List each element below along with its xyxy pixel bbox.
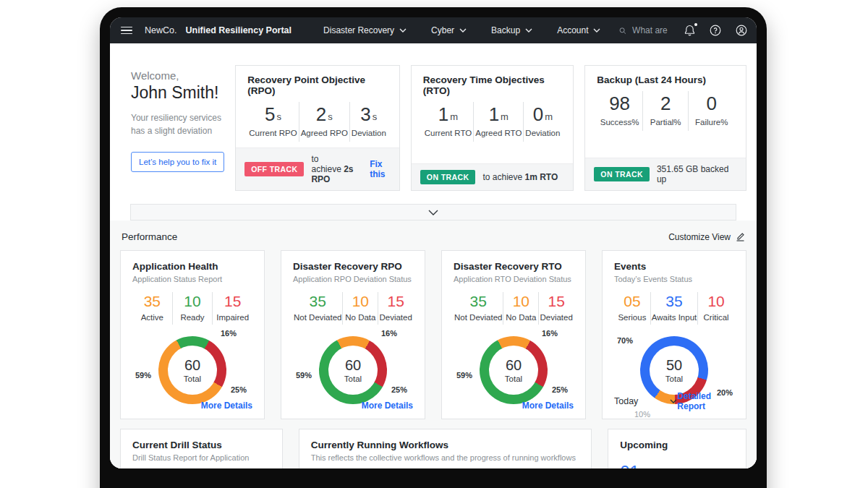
backup-status-bar: ON TRACK 351.65 GB backed up [585, 158, 746, 190]
customize-view-button[interactable]: Customize View [668, 232, 745, 242]
rpo-summary-card: Recovery Point Objective (RPO) 5s Curren… [235, 65, 400, 191]
application-health-card: Application Health Application Status Re… [120, 250, 265, 419]
global-search [619, 25, 668, 35]
stat-backup-failure: 0 Failure% [689, 91, 734, 131]
stat-not-deviated: 35 Not Deviated [454, 292, 503, 325]
card-title: Upcoming [620, 440, 734, 450]
status-badge: OFF TRACK [244, 162, 304, 176]
donut-label: 59% [456, 371, 472, 380]
nav-label: Cyber [431, 25, 454, 35]
donut-ring: 60 Total [319, 336, 387, 404]
stat-rpo-deviation: 3s Deviation [350, 102, 388, 142]
card-subtitle: Application Status Report [132, 275, 252, 283]
search-input[interactable] [632, 25, 668, 35]
stat-impaired: 15 Impaired [213, 292, 252, 325]
nav-item-disaster-recovery[interactable]: Disaster Recovery [323, 25, 407, 35]
workflows-body: 25 Total Workflows Recovery 04/10 [311, 462, 580, 468]
welcome-block: Welcome, John Smith! Your resiliency ser… [120, 65, 224, 191]
fix-this-link[interactable]: Fix this [370, 159, 391, 179]
donut-label: 16% [542, 329, 558, 338]
card-subtitle: Drill Status Report for Application [132, 453, 271, 462]
backup-summary-card: Backup (Last 24 Hours) 98 Success% 2 Par… [584, 65, 746, 191]
more-details-link[interactable]: More Details [201, 401, 252, 411]
donut-ring: 60 Total [158, 336, 226, 404]
nav-item-backup[interactable]: Backup [491, 25, 532, 35]
more-details-link[interactable]: More Details [522, 401, 574, 411]
stat-backup-partial: 2 Partial% [643, 91, 689, 131]
stat-deviated: 15 Deviated [539, 292, 574, 325]
nav-label: Account [557, 25, 588, 35]
page: NewCo. Unified Resiliency Portal Disaste… [0, 0, 868, 488]
stat-no-data: 10 No Data [503, 292, 539, 325]
status-badge: ON TRACK [594, 167, 650, 181]
detailed-report-link[interactable]: Detailed Report [677, 391, 734, 411]
collapse-panel-button[interactable] [130, 204, 736, 221]
app-title: Unified Resiliency Portal [185, 25, 292, 35]
stat-backup-success: 98 Success% [597, 91, 643, 131]
card-title: Events [614, 261, 734, 272]
stat-rto-deviation: 0m Deviation [524, 102, 561, 142]
donut-label: 59% [135, 371, 151, 380]
nav-item-account[interactable]: Account [557, 25, 600, 35]
card-title: Recovery Point Objective (RPO) [247, 74, 388, 96]
upcoming-count: 01 [620, 462, 734, 468]
current-drill-status-card: Current Drill Status Drill Status Report… [120, 429, 283, 468]
chevron-down-icon [399, 28, 407, 33]
notification-dot [694, 23, 697, 26]
dr-rto-card: Disaster Recovery RTO Application RTO De… [441, 250, 586, 419]
help-icon[interactable] [709, 24, 722, 37]
performance-title: Performance [122, 231, 177, 242]
status-badge: ON TRACK [420, 170, 476, 184]
donut-ring: 60 Total [480, 336, 548, 404]
card-subtitle: Application RPO Deviation Status [293, 275, 413, 283]
card-subtitle: Today’s Events Status [614, 275, 734, 283]
stat-awaits-input: 35 Awaits Input [651, 292, 698, 325]
stat-not-deviated: 35 Not Deviated [293, 292, 343, 325]
card-title: Recovery Time Objectives (RTO) [423, 74, 562, 96]
stat-deviated: 15 Deviated [378, 292, 413, 325]
account-avatar-icon[interactable] [735, 24, 748, 37]
donut-label: 70% [617, 336, 633, 345]
chevron-down-icon [428, 210, 438, 215]
total-workflows: 25 Total Workflows [311, 462, 451, 468]
card-title: Currently Running Workflows [311, 440, 580, 450]
welcome-message: Your resiliency services has a slight de… [131, 111, 224, 137]
donut-label: 25% [552, 385, 568, 394]
rto-status-bar: ON TRACK to achieve 1m RTO [412, 163, 574, 190]
status-text: 351.65 GB backed up [657, 164, 737, 184]
more-details-link[interactable]: More Details [362, 401, 413, 411]
nav-label: Backup [491, 25, 520, 35]
app-screen: NewCo. Unified Resiliency Portal Disaste… [110, 17, 757, 468]
chevron-down-icon [593, 28, 600, 33]
card-subtitle: Application RTO Deviation Status [454, 275, 574, 283]
stat-current-rpo: 5s Current RPO [247, 102, 299, 142]
rto-summary-card: Recovery Time Objectives (RTO) 1m Curren… [411, 65, 574, 191]
events-card: Events Today’s Events Status 05 Serious … [602, 250, 746, 419]
stat-serious: 05 Serious [614, 292, 651, 325]
notification-bell-icon[interactable] [683, 24, 696, 37]
stat-active: 35 Active [132, 292, 173, 325]
nav-item-cyber[interactable]: Cyber [431, 25, 467, 35]
upcoming-card: Upcoming 01 Upcoming events Scheduled DR… [608, 429, 746, 468]
hamburger-menu-icon[interactable] [117, 21, 136, 40]
card-title: Current Drill Status [132, 440, 271, 450]
fix-it-button[interactable]: Let’s help you to fix it [131, 152, 224, 172]
stat-agreed-rto: 1m Agreed RTO [474, 102, 524, 142]
chevron-down-icon [459, 28, 467, 33]
stat-current-rto: 1m Current RTO [423, 102, 474, 142]
main-nav: Disaster Recovery Cyber Backup Account [323, 25, 600, 35]
rpo-status-bar: OFF TRACK to achieve 2s RPO Fix this [236, 147, 399, 190]
card-title: Disaster Recovery RPO [293, 261, 413, 272]
card-title: Disaster Recovery RTO [454, 261, 574, 272]
donut-label: 59% [296, 371, 312, 380]
donut-label: 25% [231, 385, 247, 394]
donut-label: 16% [381, 329, 397, 338]
dr-rpo-card: Disaster Recovery RPO Application RPO De… [281, 250, 425, 419]
main-content: Welcome, John Smith! Your resiliency ser… [110, 43, 757, 468]
events-range-dropdown[interactable]: Today [614, 396, 677, 406]
welcome-greeting: Welcome, [131, 69, 224, 82]
stat-agreed-rpo: 2s Agreed RPO [299, 102, 350, 142]
card-title: Application Health [132, 261, 252, 272]
stat-critical: 10 Critical [698, 292, 734, 325]
workflow-progress-list: Recovery 04/10 [451, 462, 579, 468]
